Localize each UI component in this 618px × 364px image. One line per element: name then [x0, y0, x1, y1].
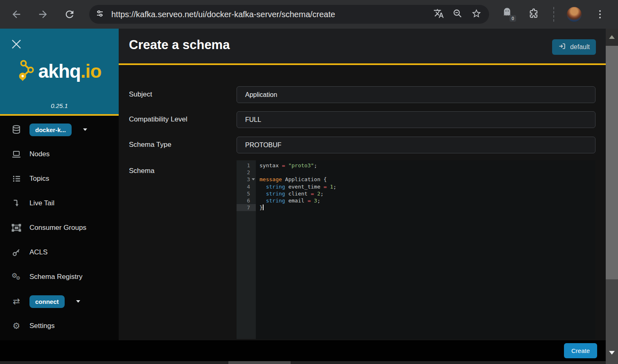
- footer-bar: Create: [0, 340, 606, 361]
- schema-code-editor[interactable]: 1234567 syntax = "proto3";message Applic…: [237, 160, 595, 339]
- scroll-down-icon[interactable]: [609, 351, 615, 355]
- accent-divider: [119, 63, 606, 65]
- content-header: Create a schema default: [119, 29, 606, 63]
- sidebar-item-label: Topics: [29, 175, 49, 183]
- zoom-icon[interactable]: [452, 8, 463, 20]
- code-line[interactable]: syntax = "proto3";: [259, 162, 595, 169]
- code-line[interactable]: string client = 2;: [259, 190, 595, 197]
- url-text[interactable]: https://kafka.serveo.net/ui/docker-kafka…: [111, 10, 433, 19]
- connect-selector-button[interactable]: connect: [29, 295, 65, 308]
- sidebar: akhq.io 0.25.1 docker-k...NodesTopicsLiv…: [0, 29, 119, 364]
- key-icon: [11, 248, 22, 257]
- akhq-logo-icon: [17, 60, 35, 83]
- scroll-up-icon: [609, 35, 615, 39]
- horizontal-scrollbar[interactable]: [0, 361, 606, 364]
- gear-icon: ⚙: [11, 322, 22, 330]
- profile-avatar[interactable]: [567, 7, 582, 22]
- code-line[interactable]: [259, 169, 595, 176]
- list-icon: [11, 175, 22, 183]
- code-line[interactable]: message Application {: [259, 176, 595, 183]
- level-down-icon: [11, 199, 22, 208]
- horizontal-scrollbar-thumb[interactable]: [228, 361, 291, 364]
- editor-code[interactable]: syntax = "proto3";message Application { …: [256, 160, 595, 339]
- page-title: Create a schema: [129, 38, 230, 52]
- code-line[interactable]: string email = 3;: [259, 197, 595, 204]
- url-bar[interactable]: https://kafka.serveo.net/ui/docker-kafka…: [89, 5, 489, 24]
- subject-input[interactable]: Application: [237, 86, 595, 103]
- akhq-logo-text: akhq.io: [38, 62, 101, 81]
- sidebar-item-acls[interactable]: ACLS: [0, 240, 119, 265]
- sidebar-header: akhq.io 0.25.1: [0, 29, 119, 116]
- browser-menu-icon[interactable]: [597, 8, 603, 20]
- site-settings-icon[interactable]: [95, 9, 105, 20]
- sidebar-item-label: Live Tail: [29, 199, 54, 207]
- line-number: 4: [237, 183, 256, 190]
- sidebar-item-schema-registry[interactable]: ⚙⚙Schema Registry: [0, 265, 119, 289]
- sign-in-icon: [558, 42, 566, 52]
- sidebar-item-cluster-selector[interactable]: docker-k...: [0, 117, 119, 142]
- cluster-default-button[interactable]: default: [552, 39, 596, 55]
- vertical-scrollbar[interactable]: [606, 29, 618, 364]
- sidebar-item-label: Settings: [29, 322, 54, 330]
- editor-gutter: 1234567: [237, 160, 256, 339]
- schema-label: Schema: [129, 167, 154, 175]
- sidebar-item-topics[interactable]: Topics: [0, 166, 119, 191]
- code-line[interactable]: }: [259, 204, 595, 211]
- sidebar-item-label: Nodes: [29, 150, 50, 158]
- close-icon[interactable]: [10, 38, 23, 51]
- line-number: 7: [237, 204, 256, 211]
- text-cursor: [263, 204, 264, 210]
- app-version: 0.25.1: [0, 102, 119, 109]
- vertical-scrollbar-thumb[interactable]: [606, 46, 618, 279]
- exchange-icon: ⇄: [11, 297, 22, 306]
- bookmark-star-icon[interactable]: [471, 8, 482, 20]
- database-icon: [11, 125, 22, 135]
- sidebar-item-consumer-groups[interactable]: Consumer Groups: [0, 216, 119, 240]
- code-line[interactable]: string event_time = 1;: [259, 183, 595, 190]
- schema-type-select[interactable]: PROTOBUF: [237, 137, 595, 153]
- chevron-down-icon: [76, 300, 80, 303]
- sidebar-item-nodes[interactable]: Nodes: [0, 142, 119, 166]
- fold-caret-icon[interactable]: [252, 178, 255, 180]
- back-icon[interactable]: [11, 9, 22, 20]
- laptop-icon: [11, 150, 22, 159]
- reload-icon[interactable]: [64, 9, 75, 20]
- create-button[interactable]: Create: [564, 343, 597, 358]
- scroll-up-button[interactable]: [606, 29, 618, 46]
- schema-type-label: Schema Type: [129, 141, 171, 149]
- line-number: 1: [237, 162, 256, 169]
- sidebar-item-label: Consumer Groups: [29, 224, 86, 232]
- akhq-logo[interactable]: akhq.io: [0, 60, 119, 83]
- sidebar-item-label: ACLS: [29, 248, 47, 256]
- compatibility-select[interactable]: FULL: [237, 111, 595, 128]
- chevron-down-icon: [83, 128, 87, 131]
- extensions-puzzle-icon[interactable]: [528, 8, 540, 19]
- extension-badge: 0: [510, 15, 516, 22]
- browser-toolbar: https://kafka.serveo.net/ui/docker-kafka…: [0, 0, 618, 29]
- screen: https://kafka.serveo.net/ui/docker-kafka…: [0, 0, 618, 364]
- line-number: 6: [237, 197, 256, 204]
- line-number: 5: [237, 190, 256, 197]
- subject-label: Subject: [129, 90, 152, 99]
- translate-icon[interactable]: [433, 8, 444, 20]
- toolbar-separator: [553, 7, 554, 22]
- line-number: 3: [237, 176, 256, 183]
- sidebar-item-settings[interactable]: ⚙Settings: [0, 314, 119, 338]
- sidebar-menu: docker-k...NodesTopicsLive TailConsumer …: [0, 117, 119, 338]
- line-number: 2: [237, 169, 256, 176]
- sidebar-item-live-tail[interactable]: Live Tail: [0, 191, 119, 216]
- compatibility-label: Compatibility Level: [129, 115, 187, 124]
- forward-icon[interactable]: [37, 9, 49, 20]
- extension-ghost-icon[interactable]: 0: [502, 7, 513, 19]
- cogs-icon: ⚙⚙: [11, 272, 22, 281]
- object-group-icon: [11, 223, 22, 232]
- cluster-selector-button[interactable]: docker-k...: [29, 124, 72, 136]
- main-content: Create a schema default Subject Applicat…: [119, 29, 606, 364]
- sidebar-item-label: Schema Registry: [29, 273, 82, 281]
- sidebar-item-connect-selector[interactable]: ⇄connect: [0, 289, 119, 314]
